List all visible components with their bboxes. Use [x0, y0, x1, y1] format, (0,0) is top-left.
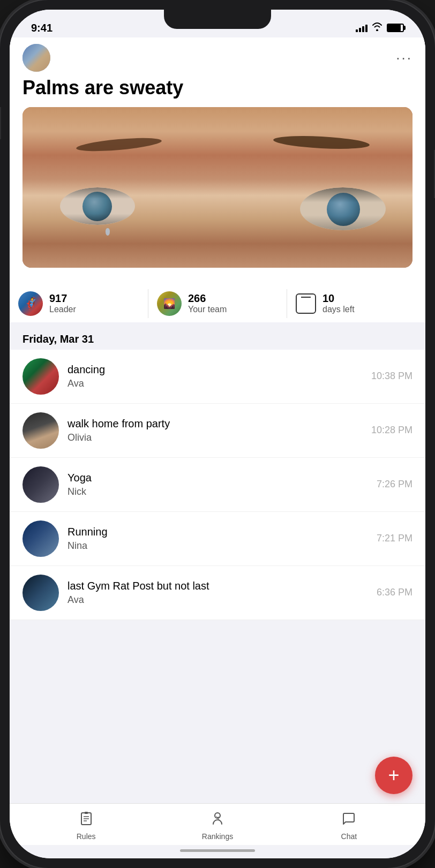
activity-info: Running Nina [68, 526, 368, 552]
avatar[interactable] [22, 44, 50, 72]
team-number: 266 [188, 292, 227, 305]
date-label: Friday, Mar 31 [22, 333, 94, 345]
chat-icon [341, 811, 356, 830]
activity-avatar [22, 412, 59, 449]
chat-label: Chat [341, 832, 357, 841]
leader-avatar: 🦸 [18, 291, 43, 316]
activity-time: 7:26 PM [377, 479, 412, 490]
main-content: ··· Palms are sweaty [10, 37, 425, 803]
signal-icon [356, 24, 368, 32]
stat-days-left: 10 days left [287, 290, 425, 316]
activity-time: 10:28 PM [371, 425, 412, 436]
more-button[interactable]: ··· [396, 50, 412, 66]
fab-add-button[interactable]: + [375, 757, 412, 794]
activity-user: Nina [68, 540, 368, 552]
days-label: days left [322, 305, 355, 314]
wifi-icon [372, 22, 382, 33]
rules-icon [79, 811, 94, 830]
rankings-label: Rankings [202, 832, 233, 841]
date-section: Friday, Mar 31 [10, 322, 425, 350]
activity-user: Ava [68, 378, 363, 389]
calendar-icon [296, 293, 316, 314]
activity-user: Nick [68, 486, 368, 497]
activity-info: dancing Ava [68, 364, 363, 389]
nav-rankings[interactable]: Rankings [196, 811, 239, 841]
leader-number: 917 [49, 292, 76, 305]
home-bar [180, 849, 255, 852]
activity-list: dancing Ava 10:38 PM walk home from part… [10, 350, 425, 620]
svg-rect-4 [85, 812, 88, 814]
activity-user: Olivia [68, 432, 363, 443]
activity-info: walk home from party Olivia [68, 418, 363, 443]
header-top: ··· [22, 44, 412, 72]
activity-item[interactable]: walk home from party Olivia 10:28 PM [10, 404, 425, 458]
activity-title: dancing [68, 364, 363, 376]
stat-leader: 🦸 917 Leader [10, 289, 148, 318]
activity-title: Running [68, 526, 368, 538]
fab-plus-icon: + [388, 766, 399, 785]
rules-label: Rules [77, 832, 96, 841]
leader-label: Leader [49, 305, 76, 314]
activity-title: walk home from party [68, 418, 363, 430]
activity-item[interactable]: last Gym Rat Post but not last Ava 6:36 … [10, 566, 425, 620]
nav-chat[interactable]: Chat [327, 811, 370, 841]
activity-avatar [22, 466, 59, 503]
bottom-nav: Rules Rankings [10, 803, 425, 845]
activity-info: last Gym Rat Post but not last Ava [68, 580, 368, 606]
stats-row: 🦸 917 Leader 🌄 266 Your team [10, 285, 425, 322]
stat-your-team: 🌄 266 Your team [148, 289, 287, 318]
activity-title: last Gym Rat Post but not last [68, 580, 368, 592]
activity-time: 10:38 PM [371, 371, 412, 382]
home-indicator [10, 845, 425, 858]
activity-item[interactable]: dancing Ava 10:38 PM [10, 350, 425, 404]
challenge-image [22, 107, 412, 268]
team-stat-text: 266 Your team [188, 292, 227, 314]
activity-info: Yoga Nick [68, 472, 368, 497]
nav-rules[interactable]: Rules [65, 811, 108, 841]
activity-item[interactable]: Yoga Nick 7:26 PM [10, 458, 425, 512]
activity-avatar [22, 575, 59, 611]
team-avatar: 🌄 [157, 291, 182, 316]
rankings-icon [210, 811, 225, 830]
activity-item[interactable]: Running Nina 7:21 PM [10, 512, 425, 566]
activity-time: 7:21 PM [377, 533, 412, 544]
leader-stat-text: 917 Leader [49, 292, 76, 314]
activity-avatar [22, 520, 59, 557]
activity-time: 6:36 PM [377, 587, 412, 598]
days-number: 10 [322, 292, 355, 305]
activity-avatar [22, 358, 59, 395]
activity-title: Yoga [68, 472, 368, 484]
status-time: 9:41 [31, 22, 52, 34]
activity-user: Ava [68, 594, 368, 606]
app-header: ··· Palms are sweaty [10, 37, 425, 285]
team-label: Your team [188, 305, 227, 314]
status-icons [356, 22, 404, 33]
challenge-title: Palms are sweaty [22, 77, 412, 99]
days-stat-text: 10 days left [322, 292, 355, 314]
battery-icon [387, 24, 404, 32]
